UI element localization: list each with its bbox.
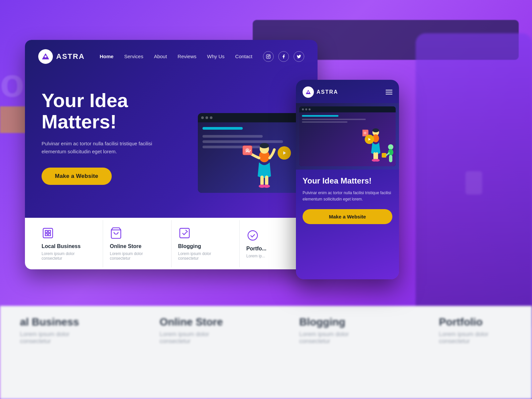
hamburger-menu[interactable]: [386, 90, 392, 94]
nav-home[interactable]: Home: [100, 54, 114, 59]
svg-rect-20: [49, 233, 51, 235]
bg-service-sub-3: Lorem ipsum dolor consectetur: [299, 331, 372, 345]
navbar: ASTRA Home Services About Reviews Why Us…: [25, 40, 318, 73]
svg-point-34: [364, 132, 366, 134]
logo-icon: [38, 49, 53, 64]
svg-marker-15: [283, 151, 286, 155]
bg-service-title-2: Online Store: [160, 316, 233, 328]
svg-point-4: [268, 56, 269, 58]
bg-service-sub-4: Lorem ipsum dolor consectetur: [439, 331, 512, 345]
svg-point-27: [372, 128, 379, 132]
svg-rect-19: [45, 233, 47, 235]
facebook-icon[interactable]: [278, 51, 289, 62]
svg-rect-38: [389, 155, 392, 162]
nav-services[interactable]: Services: [124, 54, 143, 59]
main-card: ASTRA Home Services About Reviews Why Us…: [25, 40, 318, 269]
edit-icon: [178, 227, 191, 239]
service-portfolio-name: Portfo...: [246, 246, 301, 252]
bg-service-sub-1: Lorem ipsum dolor consectetur: [20, 331, 93, 345]
service-local-business-desc: Lorem ipsum dolor consectetur: [42, 251, 96, 261]
service-portfolio-desc: Lorem ip...: [246, 254, 301, 258]
svg-rect-16: [43, 228, 53, 238]
service-online-store-name: Online Store: [110, 243, 164, 249]
logo-text: ASTRA: [56, 52, 85, 61]
mobile-hero-content: Your Idea Matters! Pulvinar enim ac tort…: [296, 170, 399, 224]
service-online-store: Online Store Lorem ipsum dolor consectet…: [103, 220, 171, 267]
bg-service-sub-2: Lorem ipsum dolor consectetur: [160, 331, 233, 345]
svg-point-12: [263, 185, 270, 188]
service-blogging-desc: Lorem ipsum dolor consectetur: [178, 251, 233, 261]
svg-rect-29: [373, 152, 376, 160]
bg-service-title-4: Portfolio: [439, 316, 512, 328]
svg-rect-18: [49, 230, 51, 232]
svg-point-37: [388, 149, 393, 156]
hero-section: Your Idea Matters! Pulvinar enim ac tort…: [25, 73, 318, 185]
service-blogging: Blogging Lorem ipsum dolor consectetur: [172, 220, 240, 267]
cta-button[interactable]: Make a Website: [42, 168, 112, 185]
nav-links: Home Services About Reviews Why Us Conta…: [100, 54, 252, 60]
nav-about[interactable]: About: [154, 54, 167, 59]
svg-rect-10: [265, 176, 268, 186]
building-icon: [42, 227, 54, 239]
svg-rect-0: [466, 171, 482, 195]
mobile-navbar: ASTRA: [296, 80, 399, 103]
svg-rect-3: [266, 55, 270, 59]
bg-service-title-1: al Business: [20, 316, 93, 328]
nav-contact[interactable]: Contact: [235, 54, 252, 59]
mobile-illustration: [296, 103, 399, 170]
mobile-logo-icon: [303, 86, 314, 98]
service-local-business: Local Business Lorem ipsum dolor consect…: [35, 220, 103, 267]
mobile-cta-button[interactable]: Make a Website: [303, 209, 392, 224]
bag-icon: [110, 227, 122, 239]
svg-marker-35: [368, 138, 371, 141]
bg-service-title-3: Blogging: [299, 316, 372, 328]
svg-point-25: [308, 91, 309, 93]
svg-rect-9: [260, 176, 264, 186]
services-strip: Local Business Lorem ipsum dolor consect…: [25, 218, 318, 269]
check-circle-icon: [246, 229, 259, 242]
bg-right-phone: [416, 33, 532, 332]
svg-point-23: [248, 230, 258, 240]
svg-rect-30: [376, 152, 378, 160]
svg-point-2: [45, 56, 47, 58]
svg-rect-39: [382, 153, 386, 158]
svg-rect-17: [45, 230, 47, 232]
bg-bottom-services: al Business Lorem ipsum dolor consectetu…: [0, 306, 532, 399]
twitter-icon[interactable]: [294, 51, 304, 62]
svg-rect-22: [180, 228, 189, 238]
service-online-store-desc: Lorem ipsum dolor consectetur: [110, 251, 164, 261]
mobile-hero-subtitle: Pulvinar enim ac tortor nulla facilisi t…: [303, 190, 392, 202]
hero-title: Your Idea Matters!: [42, 90, 195, 132]
nav-reviews[interactable]: Reviews: [178, 54, 197, 59]
mobile-logo-text: ASTRA: [317, 89, 338, 95]
nav-why-us[interactable]: Why Us: [207, 54, 225, 59]
screen-mockup: [198, 113, 308, 193]
social-icons: [263, 51, 304, 62]
service-blogging-name: Blogging: [178, 243, 233, 249]
service-local-business-name: Local Business: [42, 243, 96, 249]
mobile-card: ASTRA: [296, 80, 399, 279]
instagram-icon[interactable]: [263, 51, 274, 62]
svg-point-8: [260, 143, 269, 148]
svg-point-36: [388, 144, 393, 150]
mobile-hero-title: Your Idea Matters!: [303, 176, 392, 186]
hero-subtitle: Pulvinar enim ac tortor nulla facilisi t…: [42, 140, 168, 156]
bg-rect-blur: [0, 106, 27, 133]
svg-point-5: [269, 55, 270, 56]
play-button[interactable]: [278, 146, 291, 160]
